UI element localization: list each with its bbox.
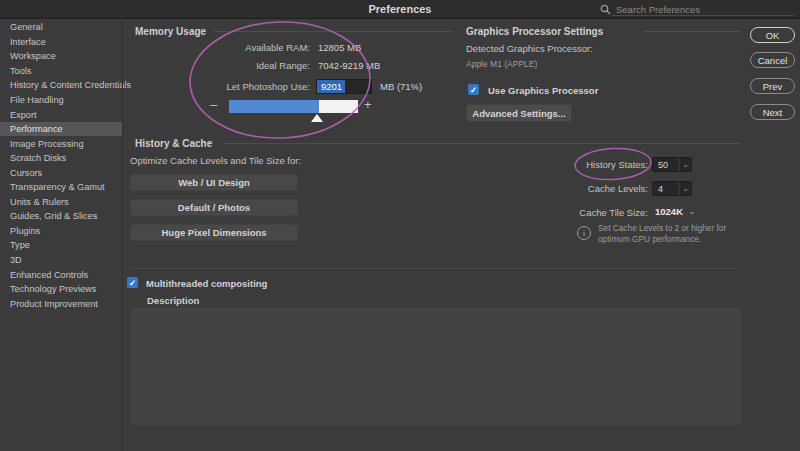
ram-slider-thumb[interactable] [311, 114, 323, 122]
available-ram-value: 12805 MB [318, 42, 361, 53]
description-panel [130, 308, 742, 425]
ram-slider-fill [229, 100, 319, 113]
memory-header-rule [213, 31, 453, 32]
detected-gpu-value: Apple M1 (APPLE) [466, 59, 537, 69]
sidebar-item-scratch-disks[interactable]: Scratch Disks [0, 151, 122, 166]
sidebar: General Interface Workspace Tools Histor… [0, 20, 122, 451]
use-gpu-label: Use Graphics Processor [488, 85, 598, 96]
gpu-settings-header: Graphics Processor Settings [466, 26, 603, 37]
sidebar-item-plugins[interactable]: Plugins [0, 224, 122, 239]
detected-gpu-label: Detected Graphics Processor: [466, 43, 593, 54]
sidebar-item-guides-grid-slices[interactable]: Guides, Grid & Slices [0, 209, 122, 224]
check-icon: ✓ [129, 278, 136, 288]
cache-levels-label: Cache Levels: [500, 183, 648, 194]
cache-levels-value: 4 [653, 184, 679, 194]
preset-default-photos-button[interactable]: Default / Photos [130, 199, 298, 216]
description-label: Description [147, 295, 199, 306]
next-button[interactable]: Next [750, 104, 795, 120]
sidebar-item-cursors[interactable]: Cursors [0, 165, 122, 180]
sidebar-item-image-processing[interactable]: Image Processing [0, 136, 122, 151]
cache-tile-size-value[interactable]: 1024K [655, 206, 683, 217]
history-states-value: 50 [653, 160, 679, 170]
ideal-range-label: Ideal Range: [140, 60, 310, 71]
chevron-down-icon: ⌄ [679, 158, 691, 171]
cancel-button[interactable]: Cancel [750, 52, 795, 68]
sidebar-item-tools[interactable]: Tools [0, 64, 122, 79]
sidebar-item-transparency-gamut[interactable]: Transparency & Gamut [0, 180, 122, 195]
ram-slider[interactable] [229, 100, 358, 113]
sidebar-item-workspace[interactable]: Workspace [0, 49, 122, 64]
slider-increase-button[interactable]: + [364, 97, 372, 112]
section-divider [130, 268, 740, 269]
history-cache-header: History & Cache [135, 138, 212, 149]
multithreaded-compositing-checkbox[interactable]: ✓ [127, 277, 138, 288]
chevron-down-icon[interactable]: ⌄ [688, 206, 696, 216]
multithreaded-compositing-label: Multithreaded compositing [146, 278, 267, 289]
prev-button[interactable]: Prev [750, 78, 795, 94]
ram-amount-selected-text: 9201 [317, 80, 345, 93]
use-gpu-checkbox[interactable]: ✓ [468, 84, 479, 95]
optimize-cache-label: Optimize Cache Levels and Tile Size for: [130, 155, 301, 166]
preset-web-ui-design-button[interactable]: Web / UI Design [130, 174, 298, 191]
search-icon [600, 4, 611, 15]
sidebar-item-3d[interactable]: 3D [0, 253, 122, 268]
slider-decrease-button[interactable]: – [210, 97, 217, 112]
search-underline [612, 15, 794, 16]
sidebar-item-history-content-credentials[interactable]: History & Content Credentials [0, 78, 122, 93]
sidebar-divider [122, 20, 123, 451]
sidebar-item-general[interactable]: General [0, 20, 122, 35]
titlebar: Preferences Search Preferences [0, 0, 800, 19]
ideal-range-value: 7042-9219 MB [318, 60, 380, 71]
sidebar-item-technology-previews[interactable]: Technology Previews [0, 282, 122, 297]
preset-huge-pixel-dimensions-button[interactable]: Huge Pixel Dimensions [130, 224, 298, 241]
sidebar-item-performance[interactable]: Performance [0, 122, 122, 137]
memory-usage-header: Memory Usage [135, 26, 206, 37]
sidebar-item-export[interactable]: Export [0, 107, 122, 122]
sidebar-item-type[interactable]: Type [0, 238, 122, 253]
cache-tile-size-label: Cache Tile Size: [500, 207, 648, 218]
cache-info-text: Set Cache Levels to 2 or higher for opti… [598, 223, 758, 244]
history-cache-header-rule [224, 143, 740, 144]
ram-suffix: MB (71%) [380, 81, 422, 92]
gpu-header-rule [644, 31, 740, 32]
chevron-down-icon: ⌄ [679, 182, 691, 195]
advanced-settings-button[interactable]: Advanced Settings... [466, 104, 572, 122]
available-ram-label: Available RAM: [140, 42, 310, 53]
search-placeholder: Search Preferences [616, 4, 700, 15]
sidebar-item-enhanced-controls[interactable]: Enhanced Controls [0, 267, 122, 282]
sidebar-item-product-improvement[interactable]: Product Improvement [0, 296, 122, 311]
check-icon: ✓ [470, 85, 477, 95]
sidebar-item-units-rulers[interactable]: Units & Rulers [0, 195, 122, 210]
ok-button[interactable]: OK [750, 27, 795, 43]
cache-levels-dropdown[interactable]: 4 ⌄ [652, 181, 692, 196]
sidebar-item-interface[interactable]: Interface [0, 35, 122, 50]
let-photoshop-use-label: Let Photoshop Use: [140, 81, 310, 92]
sidebar-item-file-handling[interactable]: File Handling [0, 93, 122, 108]
info-icon: i [577, 226, 591, 240]
history-states-label: History States: [500, 159, 648, 170]
history-states-dropdown[interactable]: 50 ⌄ [652, 157, 692, 172]
ram-amount-input[interactable]: 9201 [316, 79, 372, 94]
